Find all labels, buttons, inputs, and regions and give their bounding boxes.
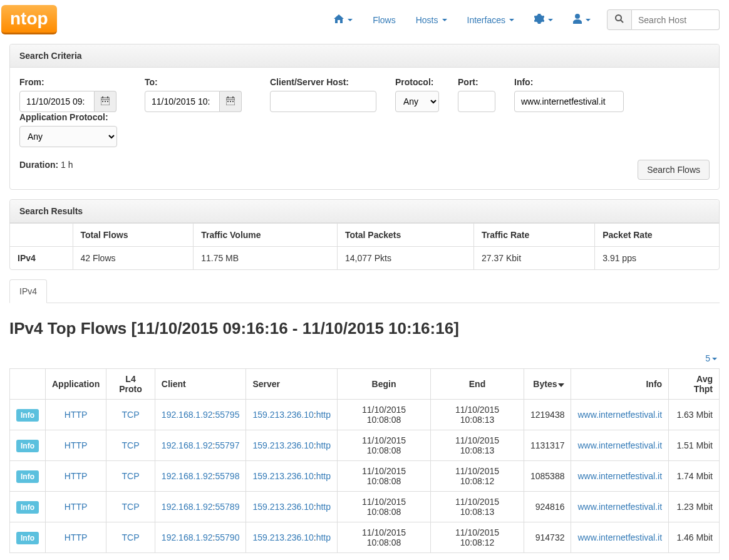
svg-rect-15 xyxy=(232,101,234,102)
gear-icon xyxy=(534,14,544,26)
results-row-ipv4: IPv4 42 Flows 11.75 MB 14,077 Pkts 27.37… xyxy=(10,247,719,270)
l4proto-link[interactable]: TCP xyxy=(122,410,140,420)
logo[interactable]: ntop xyxy=(1,5,57,34)
server-port-link[interactable]: http xyxy=(316,440,331,450)
server-ip-link[interactable]: 159.213.236.10 xyxy=(252,440,313,450)
info-link[interactable]: www.internetfestival.it xyxy=(577,502,662,512)
protocol-select[interactable]: Any xyxy=(395,91,439,112)
client-port-link[interactable]: 55798 xyxy=(215,471,239,481)
nav-interfaces[interactable]: Interfaces xyxy=(458,9,523,31)
info-link[interactable]: www.internetfestival.it xyxy=(577,410,662,420)
from-datepicker-button[interactable] xyxy=(95,91,116,112)
top-flows-title: IPv4 Top Flows [11/10/2015 09:16:16 - 11… xyxy=(9,319,720,338)
client-ip-link[interactable]: 192.168.1.92 xyxy=(162,471,213,481)
server-port-link[interactable]: http xyxy=(316,532,331,542)
col-info[interactable]: Info xyxy=(571,369,669,400)
begin-cell: 11/10/2015 10:08:08 xyxy=(338,430,431,461)
col-server[interactable]: Server xyxy=(246,369,338,400)
end-cell: 11/10/2015 10:08:12 xyxy=(430,461,524,492)
client-ip-link[interactable]: 192.168.1.92 xyxy=(162,410,213,420)
info-link[interactable]: www.internetfestival.it xyxy=(577,471,662,481)
user-icon xyxy=(573,14,582,26)
page-size-selector[interactable]: 5 xyxy=(9,351,720,368)
end-cell: 11/10/2015 10:08:13 xyxy=(430,430,524,461)
client-port-link[interactable]: 55795 xyxy=(215,410,239,420)
info-badge[interactable]: Info xyxy=(16,501,39,514)
navbar: ntop Flows Hosts Interfaces xyxy=(0,0,729,34)
home-icon xyxy=(334,14,344,25)
l4proto-link[interactable]: TCP xyxy=(122,502,140,512)
server-ip-link[interactable]: 159.213.236.10 xyxy=(252,471,313,481)
port-input[interactable] xyxy=(458,91,495,112)
col-avg-thpt[interactable]: Avg Thpt xyxy=(669,369,720,400)
nav-home[interactable] xyxy=(325,8,361,31)
col-end[interactable]: End xyxy=(430,369,524,400)
server-port-link[interactable]: http xyxy=(316,410,331,420)
table-row: InfoHTTPTCP192.168.1.92:55797159.213.236… xyxy=(10,430,720,461)
server-port-link[interactable]: http xyxy=(316,471,331,481)
search-flows-button[interactable]: Search Flows xyxy=(638,160,710,180)
application-link[interactable]: HTTP xyxy=(65,502,88,512)
to-input[interactable] xyxy=(145,91,220,112)
application-link[interactable]: HTTP xyxy=(65,440,88,450)
app-protocol-label: Application Protocol: xyxy=(19,112,117,122)
l4proto-link[interactable]: TCP xyxy=(122,532,140,542)
nav-hosts[interactable]: Hosts xyxy=(407,9,456,31)
info-badge[interactable]: Info xyxy=(16,409,39,422)
col-client[interactable]: Client xyxy=(155,369,246,400)
info-link[interactable]: www.internetfestival.it xyxy=(577,440,662,450)
application-link[interactable]: HTTP xyxy=(65,532,88,542)
client-ip-link[interactable]: 192.168.1.92 xyxy=(162,440,213,450)
search-host-input[interactable] xyxy=(632,9,720,30)
table-row: InfoHTTPTCP192.168.1.92:55790159.213.236… xyxy=(10,522,720,553)
svg-point-0 xyxy=(616,15,621,21)
search-results-panel: Search Results Total Flows Traffic Volum… xyxy=(9,199,720,270)
nav-flows[interactable]: Flows xyxy=(364,9,405,31)
server-ip-link[interactable]: 159.213.236.10 xyxy=(252,502,313,512)
info-link[interactable]: www.internetfestival.it xyxy=(577,532,662,542)
application-link[interactable]: HTTP xyxy=(65,410,88,420)
results-packet-rate: 3.91 pps xyxy=(595,247,719,270)
search-button[interactable] xyxy=(607,9,632,30)
application-link[interactable]: HTTP xyxy=(65,471,88,481)
svg-rect-14 xyxy=(230,101,231,102)
client-server-host-input[interactable] xyxy=(270,91,376,112)
caret-down-icon xyxy=(586,19,591,21)
svg-rect-7 xyxy=(105,101,106,102)
nav-user[interactable] xyxy=(564,8,599,32)
client-ip-link[interactable]: 192.168.1.92 xyxy=(162,532,213,542)
nav-interfaces-label: Interfaces xyxy=(467,15,505,25)
to-datepicker-button[interactable] xyxy=(220,91,242,112)
client-port-link[interactable]: 55789 xyxy=(215,502,239,512)
info-input[interactable] xyxy=(514,91,624,112)
end-cell: 11/10/2015 10:08:13 xyxy=(430,400,524,430)
search-criteria-heading: Search Criteria xyxy=(10,44,719,68)
bytes-cell: 1085388 xyxy=(524,461,571,492)
calendar-icon xyxy=(226,96,235,107)
l4proto-link[interactable]: TCP xyxy=(122,471,140,481)
tab-ipv4[interactable]: IPv4 xyxy=(9,279,47,303)
server-ip-link[interactable]: 159.213.236.10 xyxy=(252,532,313,542)
col-application[interactable]: Application xyxy=(46,369,106,400)
server-port-link[interactable]: http xyxy=(316,502,331,512)
server-ip-link[interactable]: 159.213.236.10 xyxy=(252,410,313,420)
col-l4proto[interactable]: L4 Proto xyxy=(106,369,155,400)
col-bytes[interactable]: Bytes xyxy=(524,369,571,400)
col-begin[interactable]: Begin xyxy=(338,369,431,400)
results-total-packets: 14,077 Pkts xyxy=(338,247,474,270)
caret-down-icon xyxy=(442,19,447,21)
info-badge[interactable]: Info xyxy=(16,470,39,483)
info-badge[interactable]: Info xyxy=(16,532,39,544)
nav-settings[interactable] xyxy=(525,8,562,32)
info-badge[interactable]: Info xyxy=(16,440,39,452)
bytes-cell: 1219438 xyxy=(524,400,571,430)
caret-down-icon xyxy=(548,19,553,21)
client-ip-link[interactable]: 192.168.1.92 xyxy=(162,502,213,512)
results-traffic-rate: 27.37 Kbit xyxy=(473,247,594,270)
col-info-badge xyxy=(10,369,46,400)
l4proto-link[interactable]: TCP xyxy=(122,440,140,450)
client-port-link[interactable]: 55797 xyxy=(215,440,239,450)
client-port-link[interactable]: 55790 xyxy=(215,532,239,542)
app-protocol-select[interactable]: Any xyxy=(19,126,117,147)
from-input[interactable] xyxy=(19,91,95,112)
